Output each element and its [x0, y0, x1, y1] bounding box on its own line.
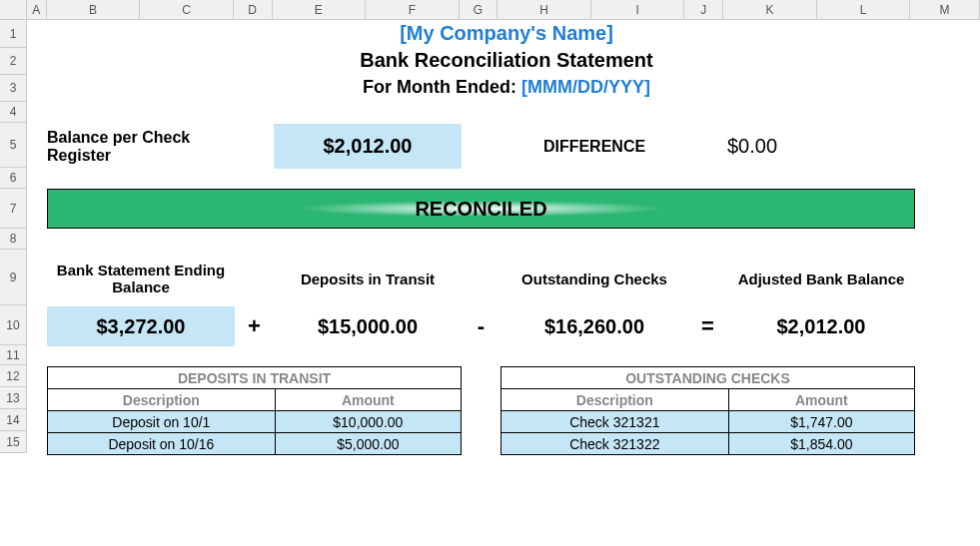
- row-header-5[interactable]: 5: [0, 123, 27, 168]
- deposit-desc: Deposit on 10/1: [48, 411, 276, 433]
- adjusted-balance-value: $2,012.00: [727, 306, 915, 346]
- checks-table-title: OUTSTANDING CHECKS: [501, 367, 915, 389]
- col-header-B[interactable]: B: [47, 0, 141, 19]
- row-headers: 1 2 3 4 5 6 7 8 9 10 11 12 13 14 15: [0, 20, 27, 453]
- grid-content[interactable]: [My Company's Name] Bank Reconciliation …: [27, 20, 980, 546]
- col-header-G[interactable]: G: [460, 0, 498, 19]
- row-header-11[interactable]: 11: [0, 345, 27, 365]
- outstanding-checks-label: Outstanding Checks: [500, 251, 688, 306]
- table-row: Deposit on 10/16 $5,000.00: [48, 433, 462, 455]
- check-desc: Check 321322: [501, 433, 729, 455]
- deposits-transit-label: Deposits in Transit: [274, 251, 462, 306]
- checks-col-desc: Description: [501, 389, 729, 411]
- col-header-C[interactable]: C: [140, 0, 234, 19]
- col-header-L[interactable]: L: [817, 0, 911, 19]
- table-row: Check 321321 $1,747.00: [501, 411, 915, 433]
- col-header-F[interactable]: F: [366, 0, 460, 19]
- row-header-9[interactable]: 9: [0, 250, 27, 305]
- deposit-amt: $5,000.00: [275, 433, 461, 455]
- period-label: For Month Ended:: [363, 77, 516, 97]
- row-header-1[interactable]: 1: [0, 20, 27, 48]
- col-header-M[interactable]: M: [910, 0, 980, 19]
- deposits-col-desc: Description: [48, 389, 276, 411]
- reconciled-banner: RECONCILED: [47, 189, 915, 229]
- deposits-table: DEPOSITS IN TRANSIT Description Amount D…: [47, 366, 462, 455]
- period-line: For Month Ended: [MMM/DD/YYY]: [47, 77, 966, 98]
- op-plus: +: [235, 306, 274, 346]
- row-header-13[interactable]: 13: [0, 387, 27, 409]
- op-equals: =: [688, 306, 727, 346]
- balance-register-label: Balance per Check Register: [47, 124, 235, 169]
- row-header-15[interactable]: 15: [0, 431, 27, 453]
- row-header-14[interactable]: 14: [0, 409, 27, 431]
- row-header-3[interactable]: 3: [0, 75, 27, 102]
- row-header-8[interactable]: 8: [0, 229, 27, 250]
- col-header-J[interactable]: J: [684, 0, 723, 19]
- table-row: Check 321322 $1,854.00: [501, 433, 915, 455]
- row-header-12[interactable]: 12: [0, 365, 27, 387]
- col-header-H[interactable]: H: [497, 0, 591, 19]
- deposits-transit-value: $15,000.00: [274, 306, 462, 346]
- statement-title: Bank Reconciliation Statement: [47, 49, 966, 72]
- difference-value: $0.00: [727, 124, 847, 169]
- column-headers: A B C D E F G H I J K L M: [0, 0, 980, 20]
- difference-label: DIFFERENCE: [500, 124, 688, 169]
- checks-table: OUTSTANDING CHECKS Description Amount Ch…: [500, 366, 915, 455]
- row-header-4[interactable]: 4: [0, 102, 27, 123]
- deposits-table-title: DEPOSITS IN TRANSIT: [48, 367, 462, 389]
- deposits-col-amt: Amount: [275, 389, 461, 411]
- balance-register-value: $2,012.00: [274, 124, 462, 169]
- checks-col-amt: Amount: [728, 389, 914, 411]
- check-amt: $1,854.00: [728, 433, 914, 455]
- check-amt: $1,747.00: [728, 411, 914, 433]
- col-header-K[interactable]: K: [723, 0, 817, 19]
- row-header-6[interactable]: 6: [0, 168, 27, 189]
- row-header-2[interactable]: 2: [0, 48, 27, 75]
- outstanding-checks-value: $16,260.00: [500, 306, 688, 346]
- period-value: [MMM/DD/YYY]: [521, 77, 650, 97]
- adjusted-balance-label: Adjusted Bank Balance: [727, 251, 915, 306]
- op-minus: -: [462, 306, 500, 346]
- company-name: [My Company's Name]: [47, 22, 966, 45]
- col-header-A[interactable]: A: [27, 0, 47, 19]
- col-header-I[interactable]: I: [591, 0, 685, 19]
- bank-ending-label: Bank Statement Ending Balance: [47, 251, 235, 306]
- col-header-E[interactable]: E: [273, 0, 367, 19]
- row-header-10[interactable]: 10: [0, 305, 27, 345]
- spreadsheet: A B C D E F G H I J K L M 1 2 3 4 5 6 7 …: [0, 0, 980, 546]
- check-desc: Check 321321: [501, 411, 729, 433]
- select-all-corner[interactable]: [0, 0, 27, 19]
- deposit-amt: $10,000.00: [275, 411, 461, 433]
- bank-ending-value: $3,272.00: [47, 306, 235, 346]
- row-header-7[interactable]: 7: [0, 189, 27, 229]
- col-header-D[interactable]: D: [234, 0, 273, 19]
- deposit-desc: Deposit on 10/16: [48, 433, 276, 455]
- table-row: Deposit on 10/1 $10,000.00: [48, 411, 462, 433]
